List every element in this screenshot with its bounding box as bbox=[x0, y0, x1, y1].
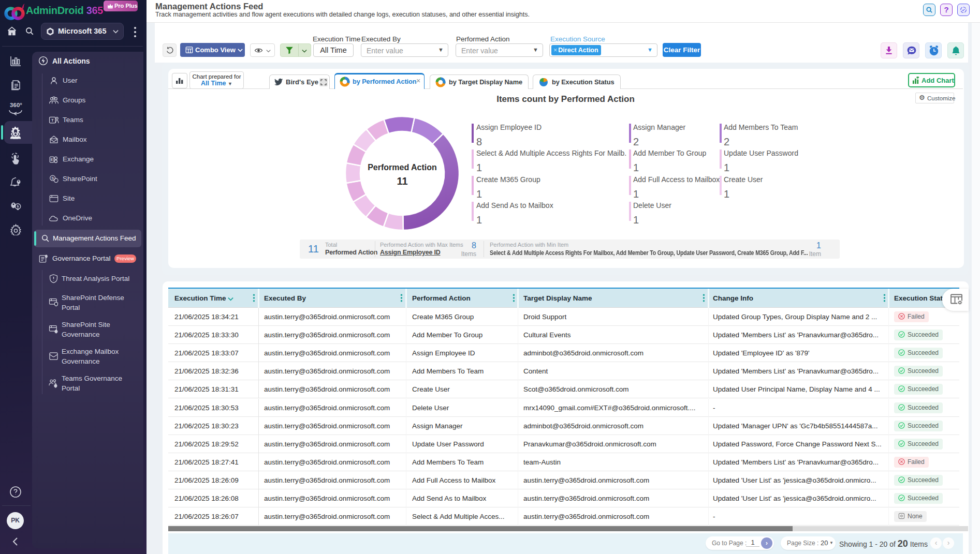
svg-text:S: S bbox=[51, 176, 54, 181]
svg-text:T: T bbox=[51, 118, 54, 123]
svg-text:E: E bbox=[51, 158, 53, 161]
